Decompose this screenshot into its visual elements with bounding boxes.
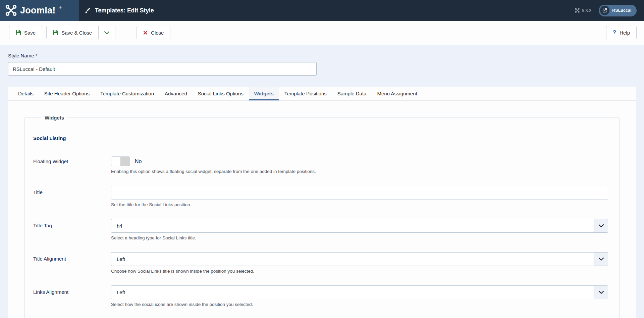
brush-icon (84, 7, 91, 14)
tab-widgets[interactable]: Widgets (249, 87, 279, 100)
links-alignment-label: Links Alignment (33, 285, 111, 307)
style-name-input[interactable] (8, 62, 317, 76)
save-and-close-label: Save & Close (61, 30, 92, 36)
field-row-floating-widget: Floating Widget No Enabling this option … (33, 156, 608, 174)
external-link-icon (602, 8, 607, 13)
save-and-close-button[interactable]: Save & Close (46, 26, 99, 39)
joomla-admin-screen: Joomla!® Templates: Edit Style 5.3.3 (0, 0, 644, 318)
title-tag-select[interactable]: h4 (111, 219, 608, 233)
select-chevron (594, 286, 608, 299)
title-tag-description: Select a heading type for Social Links t… (111, 235, 608, 240)
joomla-version-icon (575, 8, 580, 13)
top-header: Joomla!® Templates: Edit Style 5.3.3 (0, 0, 644, 21)
save-options-dropdown-toggle[interactable] (98, 26, 115, 39)
joomla-logo[interactable]: Joomla!® (0, 0, 79, 21)
tab-advanced[interactable]: Advanced (159, 87, 193, 100)
chevron-down-icon (598, 224, 604, 228)
title-alignment-label: Title Alignment (33, 252, 111, 274)
registered-mark: ® (59, 6, 62, 9)
save-button-label: Save (24, 30, 36, 36)
question-mark-icon: ? (613, 29, 616, 36)
header-right-group: 5.3.3 RSLucca! (575, 5, 637, 16)
title-bar: Templates: Edit Style 5.3.3 (79, 0, 644, 21)
version-label: 5.3.3 (575, 8, 591, 13)
tab-social-links-options[interactable]: Social Links Options (193, 87, 249, 100)
style-name-label: Style Name * (8, 53, 636, 58)
close-button[interactable]: Close (137, 26, 170, 39)
title-tag-selected-value: h4 (117, 223, 122, 229)
select-chevron (594, 219, 608, 232)
widgets-fieldset: Widgets Social Listing Floating Widget N… (24, 115, 620, 318)
tab-template-customization[interactable]: Template Customization (95, 87, 159, 100)
title-alignment-select[interactable]: Left (111, 252, 608, 266)
social-listing-heading: Social Listing (33, 135, 608, 141)
brand-text: Joomla! (20, 5, 56, 16)
title-control: Set the title for the Social Links posit… (111, 186, 608, 207)
field-row-links-alignment: Links Alignment Left Select how the soci… (33, 285, 608, 307)
user-badge-label: RSLucca! (612, 8, 632, 13)
floating-widget-control: No Enabling this option shows a floating… (111, 156, 608, 174)
floating-widget-state: No (135, 158, 142, 165)
edit-style-card: Details Site Header Options Template Cus… (8, 87, 636, 318)
tab-template-positions[interactable]: Template Positions (279, 87, 332, 100)
toolbar: Save Save & Close Close ? Help (0, 21, 644, 45)
links-alignment-select[interactable]: Left (111, 285, 608, 299)
tab-site-header-options[interactable]: Site Header Options (39, 87, 95, 100)
title-alignment-control: Left Choose how Social Links title is sh… (111, 252, 608, 274)
title-alignment-description: Choose how Social Links title is shown i… (111, 269, 608, 274)
preview-circle (600, 6, 609, 15)
links-alignment-description: Select how the social icons are shown in… (111, 302, 608, 307)
title-input[interactable] (111, 186, 608, 199)
field-row-title-tag: Title Tag h4 Select a heading type for S… (33, 219, 608, 240)
save-close-button-group: Save & Close (46, 26, 115, 39)
version-number: 5.3.3 (582, 8, 591, 13)
user-badge[interactable]: RSLucca! (599, 5, 637, 16)
close-button-label: Close (151, 30, 164, 36)
chevron-down-icon (598, 290, 604, 294)
chevron-down-icon (598, 257, 604, 261)
page-title: Templates: Edit Style (95, 7, 154, 14)
toggle-knob (111, 157, 121, 166)
help-button[interactable]: ? Help (606, 26, 637, 39)
save-floppy-icon (53, 30, 58, 35)
help-button-label: Help (620, 30, 630, 36)
tab-menu-assignment[interactable]: Menu Assignment (372, 87, 422, 100)
joomla-emblem-icon (5, 5, 17, 16)
floating-widget-label: Floating Widget (33, 156, 111, 174)
tab-sample-data[interactable]: Sample Data (332, 87, 372, 100)
links-alignment-control: Left Select how the social icons are sho… (111, 285, 608, 307)
select-chevron (594, 253, 608, 266)
tab-bar: Details Site Header Options Template Cus… (8, 87, 636, 101)
links-alignment-selected-value: Left (117, 289, 125, 295)
save-button[interactable]: Save (9, 26, 42, 39)
floating-widget-toggle[interactable] (111, 156, 130, 166)
title-alignment-selected-value: Left (117, 256, 125, 262)
floating-widget-description: Enabling this option shows a floating so… (111, 169, 608, 174)
save-floppy-icon (16, 30, 21, 35)
floating-widget-toggle-wrap: No (111, 156, 608, 166)
toggle-track (121, 157, 130, 166)
title-description: Set the title for the Social Links posit… (111, 202, 608, 207)
page-content: Style Name * Details Site Header Options… (0, 45, 644, 318)
widgets-legend: Widgets (41, 115, 67, 121)
title-tag-label: Title Tag (33, 219, 111, 240)
title-tag-control: h4 Select a heading type for Social Link… (111, 219, 608, 240)
chevron-down-icon (104, 31, 109, 34)
title-label: Title (33, 186, 111, 207)
field-row-title: Title Set the title for the Social Links… (33, 186, 608, 207)
field-row-title-alignment: Title Alignment Left Choose how Social L… (33, 252, 608, 274)
tab-details[interactable]: Details (13, 87, 39, 100)
close-x-icon (143, 31, 148, 35)
